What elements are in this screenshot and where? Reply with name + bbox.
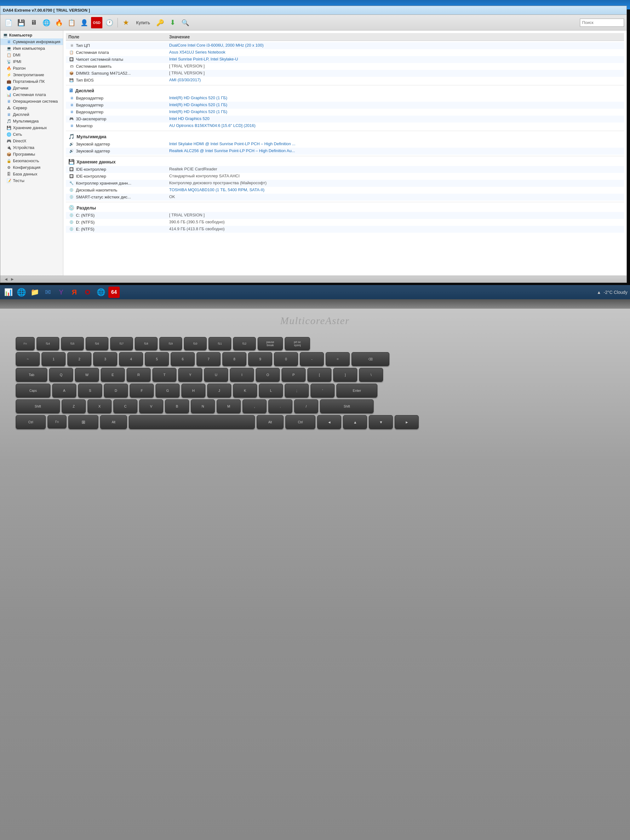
sidebar-item-storage[interactable]: 💾 Хранение данных bbox=[0, 125, 63, 131]
key-9[interactable]: 9 bbox=[248, 352, 272, 366]
key-r[interactable]: R bbox=[126, 368, 151, 382]
key-lbracket[interactable]: [ bbox=[308, 368, 332, 382]
toolbar-new-icon[interactable]: 📄 bbox=[3, 17, 14, 28]
toolbar-print-icon[interactable]: 🖥 bbox=[28, 17, 39, 28]
key-prt-sc[interactable]: prt scsysrq bbox=[285, 337, 310, 350]
key-tilde[interactable]: ~ bbox=[16, 352, 40, 366]
sidebar-item-programs[interactable]: 📦 Программы bbox=[0, 151, 63, 158]
toolbar-network-icon[interactable]: 🌐 bbox=[41, 17, 52, 28]
taskbar-opera-icon[interactable]: O bbox=[82, 287, 93, 298]
key-fn-bottom[interactable]: Fn bbox=[47, 415, 66, 428]
toolbar-wrench-icon[interactable]: 🔑 bbox=[154, 17, 166, 28]
taskbar-start-icon[interactable]: 📊 bbox=[3, 287, 14, 298]
key-b[interactable]: B bbox=[165, 399, 189, 413]
nav-forward[interactable]: ▶ bbox=[9, 277, 16, 281]
key-4[interactable]: 4 bbox=[119, 352, 143, 366]
key-ctrl-l[interactable]: Ctrl bbox=[16, 415, 46, 429]
key-comma[interactable]: , bbox=[243, 399, 267, 413]
sidebar-computer-header[interactable]: 💻 Компьютер bbox=[0, 32, 63, 38]
taskbar-mail-icon[interactable]: ✉ bbox=[42, 287, 54, 298]
key-slash[interactable]: / bbox=[294, 399, 318, 413]
sidebar-item-display[interactable]: 🖥 Дисплей bbox=[0, 111, 63, 118]
sidebar-item-power[interactable]: ⚡ Электропитание bbox=[0, 71, 63, 78]
key-f[interactable]: F bbox=[130, 384, 154, 398]
key-arrow-left[interactable]: ◂ bbox=[317, 415, 341, 429]
toolbar-fire-icon[interactable]: 🔥 bbox=[53, 17, 65, 28]
key-arrow-up[interactable]: ▴ bbox=[343, 415, 367, 429]
sidebar-item-tests[interactable]: 📝 Тесты bbox=[0, 177, 63, 184]
key-e[interactable]: E bbox=[101, 368, 125, 382]
sidebar-item-directx[interactable]: 🎮 DirectX bbox=[0, 137, 63, 144]
key-pause-break[interactable]: pausebreak bbox=[258, 337, 283, 350]
sidebar-item-summary[interactable]: 🖥 Суммарная информация bbox=[0, 38, 63, 45]
toolbar-user-icon[interactable]: 👤 bbox=[79, 17, 90, 28]
key-2[interactable]: 2 bbox=[68, 352, 92, 366]
key-3[interactable]: 3 bbox=[93, 352, 117, 366]
key-8[interactable]: 8 bbox=[223, 352, 246, 366]
key-space[interactable] bbox=[129, 415, 255, 429]
toolbar-osd-button[interactable]: OSD bbox=[91, 17, 103, 28]
key-j[interactable]: J bbox=[207, 384, 231, 398]
key-tab[interactable]: Tab bbox=[16, 368, 47, 382]
sidebar-item-database[interactable]: 🗄 База данных bbox=[0, 171, 63, 177]
taskbar-ie-icon[interactable]: 🌐 bbox=[16, 287, 27, 298]
key-5[interactable]: 5 bbox=[145, 352, 169, 366]
key-backspace[interactable]: ⌫ bbox=[352, 352, 389, 366]
key-arrow-right[interactable]: ▸ bbox=[395, 415, 418, 429]
key-p[interactable]: P bbox=[282, 368, 306, 382]
key-f10[interactable]: f10 bbox=[184, 337, 207, 350]
sidebar-item-dmi[interactable]: 📋 DMI bbox=[0, 52, 63, 58]
key-ctrl-r[interactable]: Ctrl bbox=[286, 415, 315, 429]
key-quote[interactable]: ' bbox=[311, 384, 335, 398]
key-0[interactable]: 0 bbox=[274, 352, 298, 366]
sidebar-item-multimedia[interactable]: 🎵 Мультимедиа bbox=[0, 118, 63, 125]
key-l[interactable]: L bbox=[259, 384, 283, 398]
key-period[interactable]: . bbox=[268, 399, 292, 413]
key-7[interactable]: 7 bbox=[197, 352, 221, 366]
key-a[interactable]: A bbox=[52, 384, 76, 398]
key-u[interactable]: U bbox=[204, 368, 228, 382]
key-semicolon[interactable]: ; bbox=[285, 384, 309, 398]
taskbar-y-icon[interactable]: Y bbox=[55, 287, 67, 298]
taskbar-chrome-icon[interactable]: 🌐 bbox=[95, 287, 106, 298]
key-shift-l[interactable]: Shift bbox=[16, 399, 60, 413]
toolbar-report-icon[interactable]: 📋 bbox=[66, 17, 77, 28]
key-f11[interactable]: f11 bbox=[208, 337, 231, 350]
sidebar-item-server[interactable]: 🖧 Сервер bbox=[0, 104, 63, 111]
key-f15[interactable]: f15 bbox=[61, 337, 84, 350]
key-6[interactable]: 6 bbox=[171, 352, 195, 366]
key-f16[interactable]: f16 bbox=[86, 337, 108, 350]
key-fn[interactable]: Fn bbox=[16, 337, 35, 350]
sidebar-item-security[interactable]: 🔒 Безопасность bbox=[0, 158, 63, 164]
sidebar-item-overclock[interactable]: 🔥 Разгон bbox=[0, 65, 63, 71]
sidebar-item-os[interactable]: 🖥 Операционная система bbox=[0, 98, 63, 104]
key-arrow-down[interactable]: ▾ bbox=[369, 415, 393, 429]
taskbar-folder-icon[interactable]: 📁 bbox=[29, 287, 40, 298]
key-y[interactable]: Y bbox=[178, 368, 202, 382]
key-win[interactable]: ⊞ bbox=[68, 415, 98, 429]
key-v[interactable]: V bbox=[139, 399, 163, 413]
key-s[interactable]: S bbox=[78, 384, 102, 398]
key-n[interactable]: N bbox=[191, 399, 215, 413]
key-backslash[interactable]: \ bbox=[359, 368, 383, 382]
key-z[interactable]: Z bbox=[62, 399, 86, 413]
sidebar-item-ipmi[interactable]: 📡 IPMI bbox=[0, 58, 63, 65]
sidebar-item-sensors[interactable]: 🔵 Датчики bbox=[0, 85, 63, 92]
key-f18[interactable]: f18 bbox=[135, 337, 158, 350]
key-x[interactable]: X bbox=[88, 399, 112, 413]
sidebar-item-motherboard[interactable]: 📊 Системная плата bbox=[0, 92, 63, 98]
key-1[interactable]: 1 bbox=[41, 352, 66, 366]
key-t[interactable]: T bbox=[152, 368, 177, 382]
key-i[interactable]: I bbox=[230, 368, 254, 382]
key-f17[interactable]: f17 bbox=[110, 337, 133, 350]
toolbar-save-icon[interactable]: 💾 bbox=[16, 17, 27, 28]
key-d[interactable]: D bbox=[104, 384, 128, 398]
key-g[interactable]: G bbox=[156, 384, 180, 398]
sidebar-item-devices[interactable]: 🔌 Устройства bbox=[0, 144, 63, 151]
toolbar-download-icon[interactable]: ⬇ bbox=[167, 17, 178, 28]
key-shift-r[interactable]: Shift bbox=[320, 399, 374, 413]
key-f12[interactable]: f12 bbox=[233, 337, 256, 350]
key-enter[interactable]: Enter bbox=[336, 384, 377, 398]
buy-button[interactable]: Купить bbox=[133, 19, 153, 27]
key-equals[interactable]: = bbox=[326, 352, 350, 366]
